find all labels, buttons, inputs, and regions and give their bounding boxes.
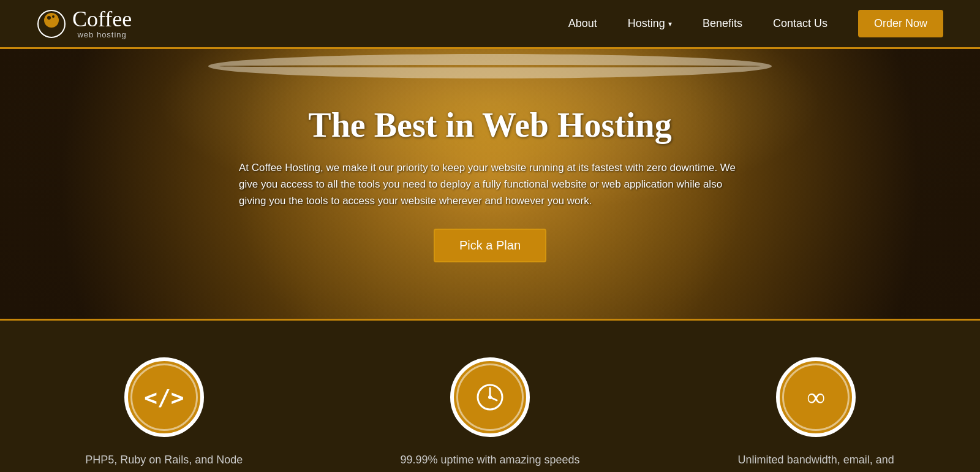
hero-subtitle: At Coffee Hosting, we make it our priori… xyxy=(239,159,741,210)
logo-tagline: web hosting xyxy=(72,30,132,39)
logo-icon xyxy=(37,9,66,39)
chevron-down-icon: ▾ xyxy=(668,20,672,28)
logo-name: Coffee xyxy=(72,8,132,30)
clock-icon xyxy=(475,382,505,413)
hero-section: The Best in Web Hosting At Coffee Hostin… xyxy=(0,49,980,319)
feature-code: </> PHP5, Ruby on Rails, and Node suppor… xyxy=(72,357,256,472)
feature-unlimited: ∞ Unlimited bandwidth, email, and subdom… xyxy=(724,357,908,472)
feature-code-icon-circle: </> xyxy=(124,357,204,437)
feature-code-text: PHP5, Ruby on Rails, and Node support xyxy=(72,452,256,472)
svg-point-2 xyxy=(47,16,51,20)
order-now-button[interactable]: Order Now xyxy=(858,10,943,37)
hero-content: The Best in Web Hosting At Coffee Hostin… xyxy=(214,105,766,263)
hero-title: The Best in Web Hosting xyxy=(239,105,741,145)
feature-unlimited-text: Unlimited bandwidth, email, and subdomai… xyxy=(724,452,908,472)
nav-hosting[interactable]: Hosting ▾ xyxy=(628,17,672,30)
logo-area: Coffee web hosting xyxy=(37,8,132,39)
svg-point-7 xyxy=(488,395,492,399)
feature-uptime-text: 99.99% uptime with amazing speeds xyxy=(400,452,579,468)
nav-contact[interactable]: Contact Us xyxy=(773,17,827,30)
code-icon: </> xyxy=(144,385,184,410)
svg-point-3 xyxy=(52,15,55,18)
feature-unlimited-icon-circle: ∞ xyxy=(776,357,856,437)
feature-uptime: 99.99% uptime with amazing speeds xyxy=(400,357,579,468)
header: Coffee web hosting About Hosting ▾ Benef… xyxy=(0,0,980,49)
pick-plan-button[interactable]: Pick a Plan xyxy=(434,229,546,262)
nav-about[interactable]: About xyxy=(568,17,597,30)
feature-uptime-icon-circle xyxy=(450,357,530,437)
main-nav: About Hosting ▾ Benefits Contact Us Orde… xyxy=(568,10,943,37)
nav-benefits[interactable]: Benefits xyxy=(703,17,742,30)
logo-text-area: Coffee web hosting xyxy=(72,8,132,39)
features-section: </> PHP5, Ruby on Rails, and Node suppor… xyxy=(0,319,980,472)
cup-rim-decoration xyxy=(208,54,772,78)
svg-point-1 xyxy=(44,13,59,28)
infinity-icon: ∞ xyxy=(807,384,825,410)
